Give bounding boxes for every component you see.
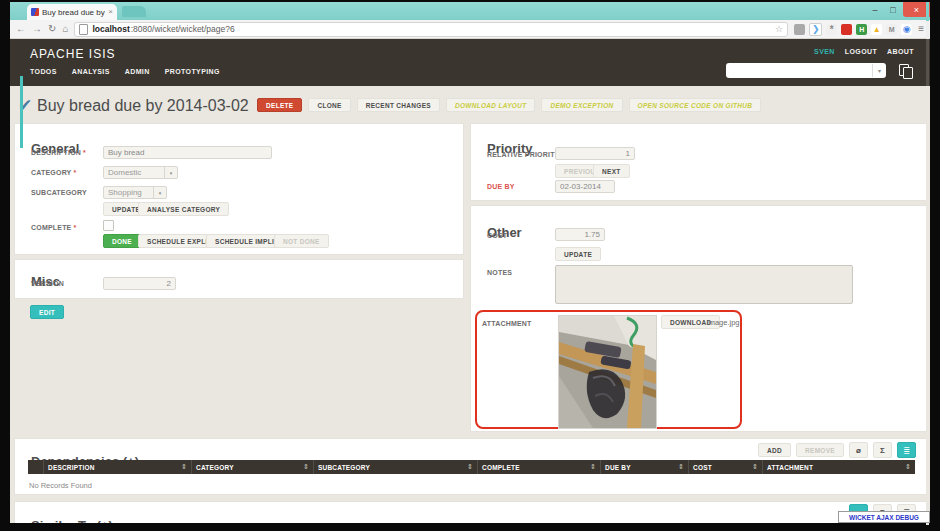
dependencies-panel: Dependencies (+) ADD REMOVE ø Σ ≣ DESCRI… [14, 438, 927, 495]
menu-icon[interactable]: ≡ [918, 24, 924, 34]
sort-icon: ⇕ [905, 463, 911, 471]
about-link[interactable]: ABOUT [887, 48, 914, 55]
download-layout-button[interactable]: DOWNLOAD LAYOUT [446, 98, 536, 112]
browser-toolbar: ← → ↻ ⌂ localhost :8080/wicket/wicket/pa… [10, 20, 930, 39]
column-subcategory[interactable]: SUBCATEGORY⇕ [313, 460, 477, 474]
browser-tab[interactable]: Buy bread due by 20 × [27, 4, 117, 20]
list-view-icon[interactable]: ≣ [897, 442, 916, 458]
frame-bar-right [930, 0, 940, 531]
window-minimize-button[interactable]: – [866, 2, 884, 17]
attachment-field-outline: ATTACHMENT [475, 310, 742, 429]
app-header: APACHE ISIS TODOS ANALYSIS ADMIN PROTOTY… [10, 39, 930, 86]
next-button[interactable]: NEXT [593, 164, 630, 178]
home-icon[interactable]: ⌂ [62, 24, 68, 34]
notes-label: NOTES [487, 269, 512, 276]
misc-panel: Misc VERSION [14, 259, 464, 299]
edit-button[interactable]: EDIT [30, 305, 64, 319]
due-by-field [555, 180, 615, 193]
nav-item-prototyping[interactable]: PROTOTYPING [165, 68, 220, 75]
extension-icon-6[interactable]: ▲ [871, 24, 882, 35]
dependencies-actions: ADD REMOVE ø Σ ≣ [758, 442, 916, 458]
version-label: VERSION [31, 280, 64, 287]
sort-icon: ⇕ [678, 463, 684, 471]
column-select [28, 460, 43, 474]
description-input[interactable] [103, 146, 272, 159]
header-search-select[interactable]: ▾ [726, 63, 886, 78]
hide-columns-icon[interactable]: ø [849, 442, 868, 458]
app-page: APACHE ISIS TODOS ANALYSIS ADMIN PROTOTY… [10, 39, 930, 523]
logout-link[interactable]: LOGOUT [845, 48, 877, 55]
attachment-label: ATTACHMENT [482, 320, 532, 327]
new-tab-button[interactable] [122, 6, 146, 17]
copy-bookmark-icon[interactable] [899, 64, 913, 77]
entity-actions: DELETE CLONE RECENT CHANGES DOWNLOAD LAY… [257, 98, 761, 112]
summary-sigma-icon[interactable]: Σ [873, 442, 892, 458]
main-nav: TODOS ANALYSIS ADMIN PROTOTYPING [30, 68, 220, 75]
copy-page-front [903, 67, 913, 79]
complete-label: COMPLETE* [31, 224, 76, 231]
demo-exception-button[interactable]: DEMO EXCEPTION [541, 98, 622, 112]
other-panel: Other COST UPDATE NOTES ATTACHMENT [470, 205, 927, 432]
category-select[interactable]: Domestic ▾ [103, 166, 178, 179]
sort-icon: ⇕ [467, 463, 473, 471]
tab-title: Buy bread due by 20 [42, 8, 105, 17]
notes-textarea[interactable] [555, 265, 853, 304]
entity-title-bar: ✔ Buy bread due by 2014-03-02 DELETE CLO… [10, 94, 930, 120]
delete-button[interactable]: DELETE [257, 98, 302, 112]
dependencies-table-header: DESCRIPTION⇕ CATEGORY⇕ SUBCATEGORY⇕ COMP… [28, 460, 915, 474]
recent-changes-button[interactable]: RECENT CHANGES [357, 98, 440, 112]
attachment-image[interactable] [558, 315, 657, 429]
add-button[interactable]: ADD [758, 443, 791, 457]
complete-checkbox[interactable] [103, 220, 114, 231]
back-icon[interactable]: ← [16, 24, 26, 34]
empty-table-message: No Records Found [29, 481, 92, 490]
chevron-down-icon[interactable]: ▾ [872, 64, 886, 77]
column-category[interactable]: CATEGORY⇕ [191, 460, 313, 474]
extension-icon-4[interactable] [841, 24, 852, 35]
relative-priority-field [555, 147, 635, 160]
subcategory-select[interactable]: Shopping ▾ [103, 186, 167, 199]
cost-field [555, 228, 605, 241]
column-attachment[interactable]: ATTACHMENT⇕ [762, 460, 915, 474]
update-cost-button[interactable]: UPDATE [555, 247, 601, 261]
column-due-by[interactable]: DUE BY⇕ [600, 460, 688, 474]
nav-item-analysis[interactable]: ANALYSIS [72, 68, 110, 75]
forward-icon[interactable]: → [32, 24, 42, 34]
extension-icon-1[interactable] [794, 24, 805, 35]
subcategory-label: SUBCATEGORY [31, 189, 87, 196]
column-description[interactable]: DESCRIPTION⇕ [43, 460, 191, 474]
frame-artifact-left [20, 76, 23, 148]
extension-icon-7[interactable]: M [886, 24, 897, 35]
frame-bar-left [0, 0, 10, 531]
page-title: Buy bread due by 2014-03-02 [37, 97, 249, 115]
extension-icon-2[interactable]: ❯ [809, 23, 822, 36]
analyse-category-button[interactable]: ANALYSE CATEGORY [138, 202, 229, 216]
due-by-label: DUE BY [487, 183, 515, 190]
app-brand[interactable]: APACHE ISIS [30, 47, 115, 61]
wicket-ajax-debug-link[interactable]: WICKET AJAX DEBUG [838, 511, 930, 523]
extension-icon-5[interactable]: H [856, 24, 867, 35]
column-cost[interactable]: COST⇕ [688, 460, 762, 474]
tab-close-icon[interactable]: × [108, 8, 113, 16]
url-bar[interactable]: localhost :8080/wicket/wicket/page?6 ☆ [74, 22, 788, 37]
priority-panel: Priority RELATIVE PRIORITY PREVIOUS NEXT… [470, 123, 927, 201]
open-source-code-button[interactable]: OPEN SOURCE CODE ON GITHUB [629, 98, 762, 112]
column-complete[interactable]: COMPLETE⇕ [477, 460, 600, 474]
nav-item-admin[interactable]: ADMIN [125, 68, 150, 75]
chevron-down-icon: ▾ [164, 167, 177, 178]
browser-window: Buy bread due by 20 × – □ × ← → ↻ ⌂ loca… [10, 2, 930, 523]
reload-icon[interactable]: ↻ [48, 24, 56, 34]
window-maximize-button[interactable]: □ [884, 2, 902, 17]
nav-item-todos[interactable]: TODOS [30, 68, 57, 75]
extension-icons: ❯ * H ▲ M ◉ [794, 23, 912, 36]
sort-icon: ⇕ [752, 463, 758, 471]
bookmark-star-icon[interactable]: ☆ [775, 24, 783, 34]
browser-tabbar: Buy bread due by 20 × – □ × [10, 2, 930, 20]
general-panel: General DESCRIPTION* CATEGORY* Domestic … [14, 123, 464, 255]
done-button[interactable]: DONE [103, 234, 141, 248]
clone-button[interactable]: CLONE [308, 98, 350, 112]
extension-icon-8[interactable]: ◉ [901, 24, 912, 35]
extension-icon-3[interactable]: * [826, 24, 837, 35]
version-field [103, 277, 176, 290]
user-name-link[interactable]: SVEN [814, 48, 835, 55]
